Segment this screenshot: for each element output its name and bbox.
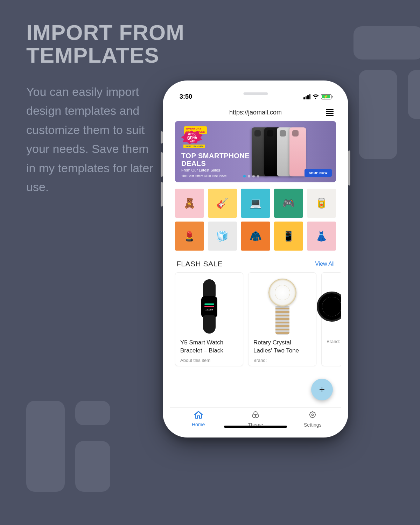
- url-text: https://jaomall.com: [185, 109, 326, 116]
- home-indicator[interactable]: [224, 426, 287, 428]
- category-tile[interactable]: 🧸: [175, 189, 204, 218]
- nav-item-settings[interactable]: Settings: [284, 408, 341, 430]
- deco-shape: [408, 70, 420, 119]
- category-tile[interactable]: 🧊: [208, 222, 237, 251]
- url-bar: https://jaomall.com: [170, 104, 341, 121]
- nav-label: Home: [192, 422, 205, 427]
- phone-mockup: 3:50 ⚡ https://jaomall.com: [163, 80, 348, 438]
- category-tile[interactable]: 🥫: [307, 189, 336, 218]
- fab-add-button[interactable]: +: [311, 379, 333, 400]
- product-image: 12:589: [180, 278, 238, 335]
- hero-description: You can easily import design templates a…: [26, 82, 156, 196]
- deco-shape: [354, 26, 420, 59]
- category-tile[interactable]: 🎸: [208, 189, 237, 218]
- nav-item-home[interactable]: Home: [170, 408, 227, 430]
- discount-badge: EVERYDAYBEST PRICES UP TO80%OFF JUNE 11T…: [181, 126, 216, 149]
- product-row[interactable]: 12:589 Y5 Smart Watch Bracelet – Black A…: [175, 272, 336, 366]
- home-icon: [194, 411, 203, 421]
- svg-point-4: [312, 414, 314, 416]
- product-meta: Brand:: [327, 339, 337, 344]
- phone-side-button: [348, 150, 350, 186]
- nav-label: Settings: [304, 422, 322, 428]
- category-tile[interactable]: 🧥: [241, 222, 270, 251]
- product-name: Y5 Smart Watch Bracelet – Black: [180, 339, 238, 355]
- svg-point-3: [310, 412, 315, 418]
- phone-notch: [215, 88, 297, 99]
- banner-phones-art: [256, 127, 306, 176]
- theme-icon: [251, 411, 260, 421]
- deco-shape: [26, 401, 65, 492]
- product-image: [327, 278, 337, 335]
- deco-shape: [359, 70, 397, 159]
- promo-banner[interactable]: EVERYDAYBEST PRICES UP TO80%OFF JUNE 11T…: [175, 121, 336, 182]
- product-meta: Brand:: [253, 358, 311, 363]
- carousel-dots[interactable]: [243, 175, 259, 177]
- status-time: 3:50: [180, 93, 192, 100]
- hero-title: IMPORT FROMTEMPLATES: [26, 21, 184, 66]
- flash-sale-title: FLASH SALE: [176, 260, 223, 268]
- category-tile[interactable]: 🎮: [274, 189, 303, 218]
- settings-icon: [308, 411, 317, 421]
- deco-shape: [75, 401, 110, 425]
- deco-shape: [75, 441, 110, 492]
- category-grid: 🧸🎸💻🎮🥫💄🧊🧥📱👗: [175, 189, 336, 251]
- category-tile[interactable]: 💻: [241, 189, 270, 218]
- hamburger-menu-icon[interactable]: [326, 109, 334, 116]
- shop-now-button[interactable]: SHOP NOW: [304, 169, 332, 177]
- product-name: Rotary Crystal Ladies' Two Tone: [253, 339, 311, 355]
- category-tile[interactable]: 📱: [274, 222, 303, 251]
- product-image: [253, 278, 311, 335]
- product-meta: About this item: [180, 358, 238, 363]
- product-card[interactable]: 12:589 Y5 Smart Watch Bracelet – Black A…: [175, 272, 243, 366]
- app-content[interactable]: EVERYDAYBEST PRICES UP TO80%OFF JUNE 11T…: [170, 121, 341, 407]
- battery-icon: ⚡: [321, 94, 331, 99]
- category-tile[interactable]: 👗: [307, 222, 336, 251]
- product-card[interactable]: Brand:: [321, 272, 341, 366]
- category-tile[interactable]: 💄: [175, 222, 204, 251]
- wifi-icon: [313, 94, 319, 99]
- product-card[interactable]: Rotary Crystal Ladies' Two Tone Brand:: [248, 272, 316, 366]
- view-all-link[interactable]: View All: [315, 261, 335, 267]
- signal-icon: [303, 94, 310, 99]
